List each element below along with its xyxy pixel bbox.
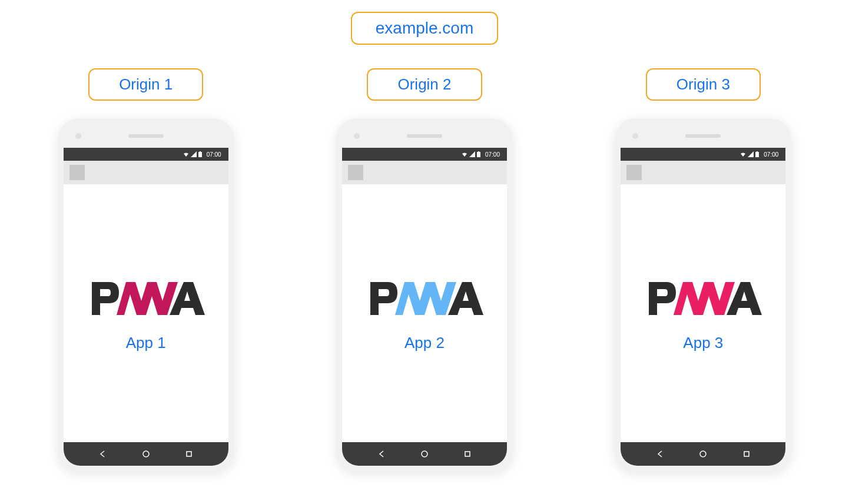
phone-mockup-1: 07:00 App 1 (58, 118, 234, 472)
status-icons (462, 151, 480, 157)
app-bar (621, 161, 785, 184)
svg-rect-7 (465, 452, 470, 456)
phone-inner: 07:00 App 3 (621, 124, 785, 466)
pwa-w-letter (117, 282, 178, 315)
status-icons (183, 151, 202, 157)
nav-recent-icon (742, 450, 751, 458)
app-bar-placeholder-icon (348, 165, 363, 180)
nav-back-icon (377, 450, 386, 458)
wifi-icon (740, 151, 746, 157)
status-time: 07:00 (764, 151, 778, 158)
nav-back-icon (98, 450, 107, 458)
phone-camera-icon (632, 133, 638, 139)
status-bar: 07:00 (342, 148, 507, 161)
phone-column-3: Origin 3 07:00 (582, 68, 825, 472)
pwa-logo-icon (87, 275, 205, 322)
phone-top-bezel (621, 124, 785, 148)
phone-column-1: Origin 1 07:00 (24, 68, 267, 472)
nav-recent-icon (463, 450, 472, 458)
svg-rect-1 (200, 151, 201, 152)
svg-rect-5 (478, 151, 479, 152)
phone-speaker-icon (685, 134, 721, 138)
phone-speaker-icon (128, 134, 164, 138)
svg-rect-4 (477, 152, 480, 157)
svg-point-10 (700, 451, 706, 457)
phones-row: Origin 1 07:00 (24, 68, 825, 472)
origin-text: Origin 3 (676, 75, 730, 93)
phone-camera-icon (75, 133, 81, 139)
pwa-w-letter (395, 282, 456, 315)
phone-mockup-2: 07:00 App 2 (336, 118, 513, 472)
nav-back-icon (656, 450, 664, 458)
wifi-icon (183, 151, 189, 157)
nav-bar (621, 442, 785, 466)
signal-icon (748, 151, 754, 157)
domain-label: example.com (351, 12, 499, 45)
pwa-logo-icon (366, 275, 483, 322)
origin-text: Origin 1 (119, 75, 173, 93)
origin-label-1: Origin 1 (88, 68, 203, 101)
svg-rect-8 (755, 152, 759, 157)
svg-point-2 (143, 451, 149, 457)
nav-home-icon (142, 450, 150, 458)
status-icons (740, 151, 759, 157)
svg-rect-0 (198, 152, 202, 157)
svg-point-6 (422, 451, 427, 457)
status-time: 07:00 (207, 151, 221, 158)
app-bar-placeholder-icon (69, 165, 85, 180)
nav-home-icon (420, 450, 429, 458)
svg-rect-11 (744, 452, 749, 456)
diagram-container: example.com Origin 1 (12, 12, 837, 492)
signal-icon (469, 151, 475, 157)
phone-inner: 07:00 App 1 (64, 124, 228, 466)
nav-home-icon (699, 450, 707, 458)
svg-rect-9 (757, 151, 758, 152)
phone-speaker-icon (407, 134, 442, 138)
phone-camera-icon (354, 133, 360, 139)
origin-label-3: Origin 3 (646, 68, 761, 101)
svg-rect-3 (187, 452, 191, 456)
phone-mockup-3: 07:00 App 3 (615, 118, 791, 472)
phone-inner: 07:00 App 2 (342, 124, 507, 466)
app-bar-placeholder-icon (626, 165, 642, 180)
status-time: 07:00 (485, 151, 500, 158)
status-bar: 07:00 (64, 148, 228, 161)
phone-top-bezel (342, 124, 507, 148)
nav-recent-icon (185, 450, 193, 458)
signal-icon (191, 151, 197, 157)
domain-text: example.com (376, 19, 474, 37)
phone-top-bezel (64, 124, 228, 148)
app-bar (64, 161, 228, 184)
origin-label-2: Origin 2 (367, 68, 482, 101)
app-name: App 1 (126, 334, 166, 352)
phone-column-2: Origin 2 07:00 (303, 68, 546, 472)
battery-icon (198, 151, 202, 157)
nav-bar (64, 442, 228, 466)
origin-text: Origin 2 (397, 75, 451, 93)
battery-icon (477, 151, 480, 157)
app-name: App 2 (404, 334, 445, 352)
battery-icon (755, 151, 759, 157)
phone-content: App 1 (64, 184, 228, 442)
app-bar (342, 161, 507, 184)
pwa-w-letter (674, 282, 735, 315)
phone-content: App 2 (342, 184, 507, 442)
phone-content: App 3 (621, 184, 785, 442)
nav-bar (342, 442, 507, 466)
wifi-icon (462, 151, 467, 157)
app-name: App 3 (683, 334, 723, 352)
status-bar: 07:00 (621, 148, 785, 161)
pwa-logo-icon (644, 275, 762, 322)
